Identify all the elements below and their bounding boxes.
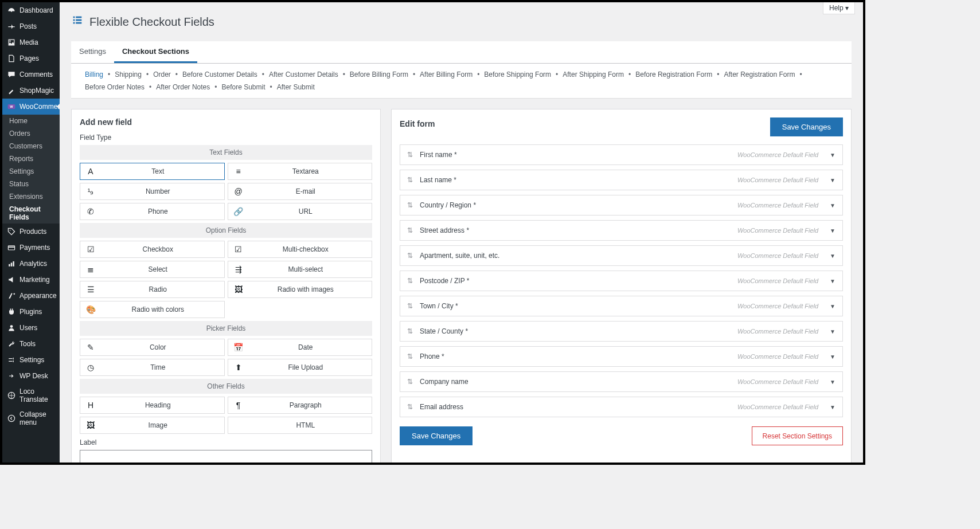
- section-tab-before-shipping-form[interactable]: Before Shipping Form: [482, 69, 553, 80]
- sidebar-item-posts[interactable]: Posts: [2, 18, 60, 34]
- section-tab-after-submit[interactable]: After Submit: [275, 82, 317, 92]
- sidebar-item-media[interactable]: Media: [2, 34, 60, 50]
- sidebar-item-marketing[interactable]: Marketing: [2, 272, 60, 288]
- save-button-top[interactable]: Save Changes: [770, 117, 843, 136]
- sidebar-item-analytics[interactable]: Analytics: [2, 256, 60, 272]
- sidebar-item-payments[interactable]: Payments: [2, 240, 60, 256]
- sidebar-item-shopmagic[interactable]: ShopMagic: [2, 83, 60, 99]
- section-tab-after-registration-form[interactable]: After Registration Form: [721, 69, 797, 80]
- sidebar-item-pages[interactable]: Pages: [2, 50, 60, 66]
- field-type-multi-checkbox[interactable]: ☑Multi-checkbox: [228, 241, 373, 258]
- field-type-heading[interactable]: HHeading: [80, 397, 225, 414]
- sidebar-item-settings[interactable]: Settings: [2, 352, 60, 368]
- drag-handle-icon[interactable]: ⇅: [407, 151, 413, 159]
- sidebar-item-plugins[interactable]: Plugins: [2, 304, 60, 320]
- sidebar-sub-customers[interactable]: Customers: [2, 140, 60, 152]
- sidebar-item-users[interactable]: Users: [2, 320, 60, 336]
- field-row[interactable]: ⇅Street address *WooCommerce Default Fie…: [400, 220, 843, 241]
- field-type-file-upload[interactable]: ⬆File Upload: [228, 359, 373, 376]
- field-type-paragraph[interactable]: ¶Paragraph: [228, 397, 373, 414]
- sidebar-item-appearance[interactable]: Appearance: [2, 288, 60, 304]
- chevron-down-icon: ▼: [830, 354, 835, 360]
- sidebar-item-dashboard[interactable]: Dashboard: [2, 2, 60, 18]
- sidebar-sub-checkout-fields[interactable]: Checkout Fields: [2, 203, 60, 224]
- sidebar-sub-settings[interactable]: Settings: [2, 165, 60, 178]
- help-tab[interactable]: Help ▾: [823, 2, 855, 14]
- nav-tab-checkout-sections[interactable]: Checkout Sections: [114, 41, 197, 63]
- field-row[interactable]: ⇅Town / City *WooCommerce Default Field▼: [400, 296, 843, 316]
- field-row[interactable]: ⇅Postcode / ZIP *WooCommerce Default Fie…: [400, 271, 843, 291]
- field-type-textarea[interactable]: ≡Textarea: [228, 163, 373, 180]
- sidebar-item-collapse-menu[interactable]: Collapse menu: [2, 407, 60, 430]
- field-type-image[interactable]: 🖼Image: [80, 417, 225, 434]
- drag-handle-icon[interactable]: ⇅: [407, 302, 413, 310]
- field-type-radio[interactable]: ☰Radio: [80, 281, 225, 298]
- sidebar-item-comments[interactable]: Comments: [2, 66, 60, 83]
- field-row[interactable]: ⇅Company nameWooCommerce Default Field▼: [400, 371, 843, 392]
- tools-icon: [7, 339, 16, 348]
- section-tab-order[interactable]: Order: [151, 69, 173, 80]
- field-type-html[interactable]: HTML: [228, 417, 373, 434]
- drag-handle-icon[interactable]: ⇅: [407, 378, 413, 386]
- section-tab-before-submit[interactable]: Before Submit: [219, 82, 267, 92]
- chevron-down-icon: ▼: [830, 177, 835, 183]
- sidebar-item-loco-translate[interactable]: Loco Translate: [2, 384, 60, 407]
- sidebar-item-woocommerce[interactable]: WWooCommerce: [2, 99, 60, 115]
- section-tab-billing[interactable]: Billing: [83, 69, 106, 80]
- section-tab-after-customer-details[interactable]: After Customer Details: [267, 69, 341, 80]
- sidebar-item-products[interactable]: Products: [2, 224, 60, 240]
- field-type-time[interactable]: ◷Time: [80, 359, 225, 376]
- field-row[interactable]: ⇅Country / Region *WooCommerce Default F…: [400, 195, 843, 215]
- drag-handle-icon[interactable]: ⇅: [407, 277, 413, 285]
- field-type-radio-with-colors[interactable]: 🎨Radio with colors: [80, 301, 225, 318]
- field-type-phone[interactable]: ✆Phone: [80, 203, 225, 220]
- reset-section-button[interactable]: Reset Section Settings: [752, 426, 843, 445]
- field-type-radio-with-images[interactable]: 🖼Radio with images: [228, 281, 373, 298]
- media-icon: [7, 38, 16, 47]
- field-type-color[interactable]: ✎Color: [80, 339, 225, 356]
- sidebar-item-wp-desk[interactable]: WP Desk: [2, 368, 60, 384]
- field-row[interactable]: ⇅Last name *WooCommerce Default Field▼: [400, 170, 843, 190]
- sidebar-item-label: Media: [19, 38, 38, 46]
- sidebar-sub-home[interactable]: Home: [2, 115, 60, 127]
- field-row[interactable]: ⇅Apartment, suite, unit, etc.WooCommerce…: [400, 245, 843, 266]
- field-type-number[interactable]: ¹₉Number: [80, 183, 225, 200]
- field-type-checkbox[interactable]: ☑Checkbox: [80, 241, 225, 258]
- field-type-url[interactable]: 🔗URL: [228, 203, 373, 220]
- drag-handle-icon[interactable]: ⇅: [407, 352, 413, 360]
- nav-tab-settings[interactable]: Settings: [71, 41, 114, 63]
- field-row[interactable]: ⇅State / County *WooCommerce Default Fie…: [400, 321, 843, 342]
- drag-handle-icon[interactable]: ⇅: [407, 252, 413, 260]
- section-tab-after-order-notes[interactable]: After Order Notes: [154, 82, 212, 92]
- type-label: Date: [244, 343, 368, 351]
- sidebar-sub-orders[interactable]: Orders: [2, 127, 60, 140]
- section-tab-shipping[interactable]: Shipping: [112, 69, 144, 80]
- field-type-multi-select[interactable]: ⇶Multi-select: [228, 261, 373, 278]
- field-type-date[interactable]: 📅Date: [228, 339, 373, 356]
- sidebar-item-tools[interactable]: Tools: [2, 336, 60, 352]
- label-label: Label: [80, 438, 372, 446]
- field-row[interactable]: ⇅Phone *WooCommerce Default Field▼: [400, 346, 843, 367]
- section-tab-after-billing-form[interactable]: After Billing Form: [417, 69, 475, 80]
- drag-handle-icon[interactable]: ⇅: [407, 327, 413, 335]
- label-input[interactable]: [80, 450, 372, 463]
- field-type-text[interactable]: AText: [80, 163, 225, 180]
- section-tab-before-order-notes[interactable]: Before Order Notes: [83, 82, 147, 92]
- sidebar-sub-reports[interactable]: Reports: [2, 152, 60, 165]
- section-tab-before-registration-form[interactable]: Before Registration Form: [633, 69, 714, 80]
- save-button-bottom[interactable]: Save Changes: [400, 426, 473, 445]
- drag-handle-icon[interactable]: ⇅: [407, 403, 413, 411]
- field-type-e-mail[interactable]: @E-mail: [228, 183, 373, 200]
- section-tab-before-customer-details[interactable]: Before Customer Details: [180, 69, 260, 80]
- drag-handle-icon[interactable]: ⇅: [407, 226, 413, 234]
- separator-icon: •: [214, 83, 217, 91]
- field-type-select[interactable]: ≣Select: [80, 261, 225, 278]
- field-row[interactable]: ⇅Email addressWooCommerce Default Field▼: [400, 397, 843, 417]
- drag-handle-icon[interactable]: ⇅: [407, 176, 413, 184]
- field-row[interactable]: ⇅First name *WooCommerce Default Field▼: [400, 144, 843, 165]
- drag-handle-icon[interactable]: ⇅: [407, 201, 413, 209]
- section-tab-before-billing-form[interactable]: Before Billing Form: [348, 69, 411, 80]
- sidebar-sub-status[interactable]: Status: [2, 178, 60, 190]
- section-tab-after-shipping-form[interactable]: After Shipping Form: [560, 69, 626, 80]
- sidebar-sub-extensions[interactable]: Extensions: [2, 190, 60, 203]
